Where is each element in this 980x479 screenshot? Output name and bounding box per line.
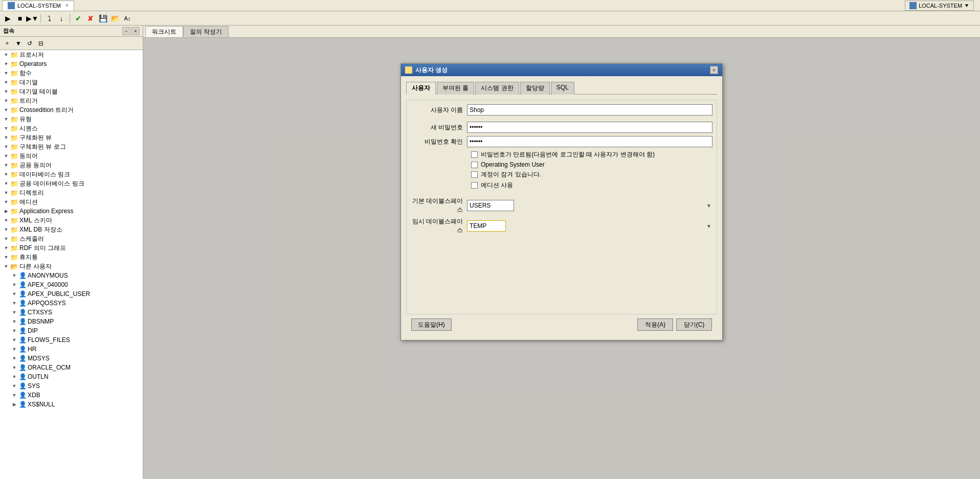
help-button[interactable]: 도움말(H) [411, 318, 452, 331]
tree-expander[interactable]: ▼ [10, 299, 18, 307]
tab-close-btn[interactable]: × [65, 3, 69, 8]
tree-item[interactable]: ▶ 📁 Application Express [0, 207, 143, 216]
tree-item[interactable]: ▼ 📁 유형 [0, 115, 143, 124]
debug-dropdown-button[interactable]: ▶▼ [27, 13, 38, 24]
tree-item[interactable]: ▼ 📁 시퀀스 [0, 124, 143, 133]
save-button[interactable]: 💾 [97, 13, 108, 24]
tree-item[interactable]: ▼ 📁 스케줄러 [0, 234, 143, 243]
tree-expander[interactable]: ▼ [2, 60, 10, 68]
tree-expander[interactable]: ▼ [2, 51, 10, 59]
tree-item[interactable]: ▼ 👤 HR [0, 345, 143, 354]
tree-expander[interactable]: ▼ [10, 363, 18, 372]
tree-item[interactable]: ▼ 👤 XDB [0, 391, 143, 400]
tree-item[interactable]: ▼ 📁 트리거 [0, 96, 143, 105]
step-over-button[interactable]: ⤵ [43, 13, 55, 24]
dialog-tab-sql[interactable]: SQL [551, 82, 574, 95]
tree-item[interactable]: ▼ 📁 대기열 테이블 [0, 87, 143, 96]
username-input[interactable] [467, 104, 712, 116]
tree-item[interactable]: ▼ 📁 Operators [0, 59, 143, 69]
dialog-close-btn[interactable]: × [710, 66, 718, 74]
close-button[interactable]: 닫기(C) [676, 318, 712, 331]
tree-expander[interactable]: ▼ [10, 327, 18, 335]
tree-expander[interactable]: ▼ [2, 235, 10, 243]
tree-expander[interactable]: ▶ [10, 400, 18, 408]
tree-item[interactable]: ▼ 📁 XML DB 저장소 [0, 225, 143, 234]
tab-local-system[interactable]: LOCAL-SYSTEM × [2, 1, 74, 11]
tree-expander[interactable]: ▼ [10, 336, 18, 344]
temp-tablespace-select[interactable]: TEMP USERS SYSTEM [467, 220, 506, 232]
tree-expander[interactable]: ▼ [2, 124, 10, 132]
tree-item[interactable]: ▼ 📁 데이터베이스 링크 [0, 170, 143, 179]
tree-item[interactable]: ▼ 👤 OUTLN [0, 372, 143, 381]
add-connection-btn[interactable]: ＋ [2, 38, 12, 49]
tree-item[interactable]: ▼ 👤 APEX_PUBLIC_USER [0, 289, 143, 299]
tree-expander[interactable]: ▼ [10, 308, 18, 316]
panel-close-btn[interactable]: × [131, 27, 140, 35]
tree-item[interactable]: ▼ 👤 APPQOSSYS [0, 299, 143, 308]
tree-expander[interactable]: ▼ [10, 382, 18, 390]
checkbox-os-user[interactable] [471, 162, 478, 168]
collapse-btn[interactable]: ⊟ [36, 38, 46, 49]
dialog-tab-quotas[interactable]: 할당량 [520, 82, 550, 95]
tree-expander[interactable]: ▼ [2, 189, 10, 197]
tree-expander[interactable]: ▼ [10, 345, 18, 353]
dialog-tab-sys-privs[interactable]: 시스템 권한 [475, 82, 519, 95]
tree-expander[interactable]: ▼ [2, 143, 10, 151]
tree-expander[interactable]: ▼ [10, 373, 18, 381]
tree-item[interactable]: ▼ 📁 Crossedition 트리거 [0, 105, 143, 115]
panel-minimize-btn[interactable]: − [122, 27, 130, 35]
tree-expander[interactable]: ▼ [10, 354, 18, 362]
tree-item[interactable]: ▼ 📁 함수 [0, 69, 143, 78]
dialog-tab-roles[interactable]: 부여된 롤 [437, 82, 474, 95]
tree-item[interactable]: ▼ 📂 다른 사용자 [0, 262, 143, 271]
checkbox-locked[interactable] [471, 171, 478, 178]
tree-item[interactable]: ▼ 👤 MDSYS [0, 354, 143, 363]
tree-item[interactable]: ▼ 📁 공용 동의어 [0, 161, 143, 170]
tree-item[interactable]: ▼ 👤 SYS [0, 381, 143, 391]
checkbox-edition[interactable] [471, 182, 478, 189]
checkbox-password-expire[interactable] [471, 151, 478, 158]
tree-expander[interactable]: ▼ [2, 161, 10, 169]
tree-expander[interactable]: ▼ [2, 106, 10, 114]
tab-worksheet[interactable]: 워크시트 [145, 26, 183, 37]
tree-expander[interactable]: ▼ [10, 281, 18, 289]
tree-expander[interactable]: ▼ [10, 391, 18, 399]
tree-item[interactable]: ▶ 👤 XS$NULL [0, 400, 143, 409]
tree-item[interactable]: ▼ 📁 휴지통 [0, 253, 143, 262]
default-tablespace-select[interactable]: USERS SYSTEM SYSAUX UNDOTBS1 [467, 200, 514, 211]
tree-expander[interactable]: ▼ [2, 244, 10, 252]
tree-item[interactable]: ▼ 👤 FLOWS_FILES [0, 335, 143, 345]
step-into-button[interactable]: ↓ [56, 13, 67, 24]
tree-item[interactable]: ▼ 👤 CTXSYS [0, 308, 143, 317]
tree-expander[interactable]: ▼ [10, 317, 18, 326]
tree-expander[interactable]: ▼ [2, 115, 10, 123]
open-button[interactable]: 📂 [109, 13, 121, 24]
tree-expander[interactable]: ▼ [2, 225, 10, 234]
connection-dropdown-icon[interactable]: ▼ [964, 3, 969, 8]
tree-item[interactable]: ▼ 👤 APEX_040000 [0, 280, 143, 289]
tree-expander[interactable]: ▼ [2, 69, 10, 77]
tree-item[interactable]: ▼ 👤 DIP [0, 326, 143, 335]
tree-item[interactable]: ▼ 📁 디렉토리 [0, 188, 143, 197]
new-password-input[interactable] [467, 122, 712, 133]
tree-expander[interactable]: ▼ [2, 262, 10, 270]
tree-item[interactable]: ▼ 👤 ANONYMOUS [0, 271, 143, 280]
refresh-btn[interactable]: ↺ [25, 38, 35, 49]
tree-expander[interactable]: ▼ [10, 271, 18, 280]
tree-expander[interactable]: ▼ [2, 179, 10, 188]
tree-expander[interactable]: ▼ [2, 78, 10, 86]
tree-expander[interactable]: ▼ [2, 216, 10, 224]
tree-expander[interactable]: ▼ [2, 253, 10, 261]
dialog-tab-user[interactable]: 사용자 [406, 82, 436, 95]
tree-expander[interactable]: ▼ [2, 97, 10, 105]
confirm-password-input[interactable] [467, 136, 712, 147]
tree-item[interactable]: ▼ 👤 ORACLE_OCM [0, 363, 143, 372]
stop-button[interactable]: ■ [14, 13, 26, 24]
apply-button[interactable]: 적용(A) [637, 318, 673, 331]
tree-item[interactable]: ▼ 👤 DBSNMP [0, 317, 143, 326]
tree-item[interactable]: ▼ 📁 구체화된 뷰 로그 [0, 142, 143, 151]
tree-item[interactable]: ▼ 📁 구체화된 뷰 [0, 133, 143, 142]
filter-btn[interactable]: ▼ [13, 38, 24, 49]
tree-item[interactable]: ▼ 📁 프로시저 [0, 50, 143, 59]
tree-item[interactable]: ▼ 📁 공용 데이터베이스 링크 [0, 179, 143, 188]
